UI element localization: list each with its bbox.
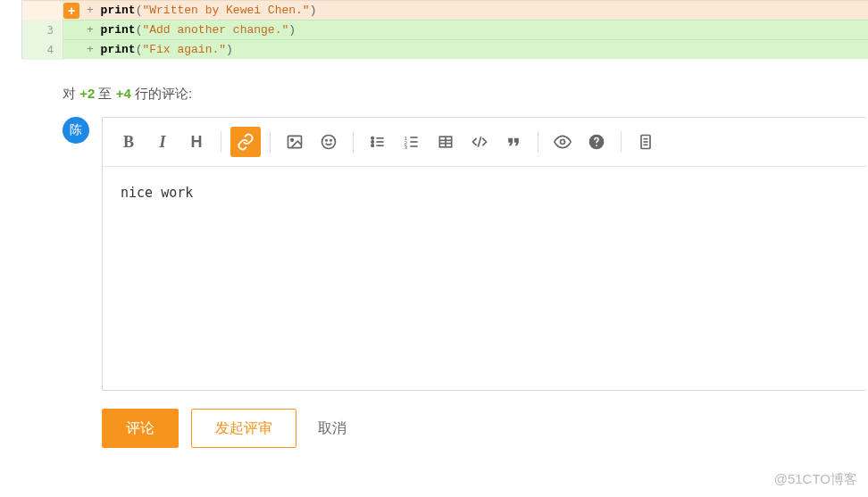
- svg-line-21: [478, 137, 480, 147]
- plus-icon: +: [68, 4, 75, 18]
- comment-range-label: 对 +2 至 +4 行的评论:: [63, 86, 866, 103]
- bold-button[interactable]: B: [113, 127, 144, 157]
- svg-point-6: [371, 141, 374, 144]
- code-content: + print("Fix again."): [63, 43, 233, 56]
- diff-line: + + print("Written by Kewei Chen."): [22, 0, 868, 20]
- avatar: 陈: [63, 117, 89, 144]
- ordered-list-button[interactable]: 123: [396, 127, 427, 157]
- comment-editor: B I H 123 nice work: [102, 117, 866, 391]
- diff-line: 4 + print("Fix again."): [22, 39, 868, 59]
- italic-button[interactable]: I: [147, 127, 178, 157]
- comment-textarea[interactable]: nice work: [103, 167, 866, 390]
- emoji-button[interactable]: [313, 127, 344, 157]
- heading-button[interactable]: H: [181, 127, 212, 157]
- svg-point-24: [596, 145, 597, 146]
- unordered-list-button[interactable]: [363, 127, 393, 157]
- submit-comment-button[interactable]: 评论: [102, 409, 179, 448]
- line-number: [22, 1, 63, 21]
- start-review-button[interactable]: 发起评审: [191, 409, 296, 448]
- separator: [353, 131, 354, 153]
- editor-toolbar: B I H 123: [103, 118, 866, 167]
- image-button[interactable]: [280, 127, 310, 157]
- link-button[interactable]: [230, 127, 261, 157]
- code-content: + print("Add another change."): [63, 23, 296, 37]
- table-button[interactable]: [430, 127, 461, 157]
- cancel-button[interactable]: 取消: [309, 409, 355, 448]
- watermark: @51CTO博客: [774, 471, 857, 488]
- svg-point-5: [371, 137, 374, 140]
- separator: [270, 131, 271, 153]
- svg-point-4: [330, 140, 331, 141]
- add-comment-button[interactable]: +: [63, 3, 79, 19]
- svg-point-22: [561, 140, 565, 145]
- code-content: + print("Written by Kewei Chen."): [63, 4, 316, 17]
- template-button[interactable]: [630, 127, 661, 157]
- diff-line: 3 + print("Add another change."): [22, 20, 868, 39]
- line-number: 3: [22, 21, 63, 40]
- svg-point-7: [371, 145, 374, 147]
- quote-button[interactable]: [498, 127, 529, 157]
- svg-point-2: [322, 136, 336, 149]
- svg-text:3: 3: [405, 145, 407, 150]
- line-number: 4: [22, 40, 63, 60]
- preview-button[interactable]: [547, 127, 578, 157]
- code-button[interactable]: [464, 127, 495, 157]
- svg-point-3: [326, 140, 327, 141]
- separator: [221, 131, 221, 153]
- help-button[interactable]: [581, 127, 612, 157]
- separator: [538, 131, 538, 153]
- separator: [621, 131, 622, 153]
- svg-point-1: [291, 139, 294, 142]
